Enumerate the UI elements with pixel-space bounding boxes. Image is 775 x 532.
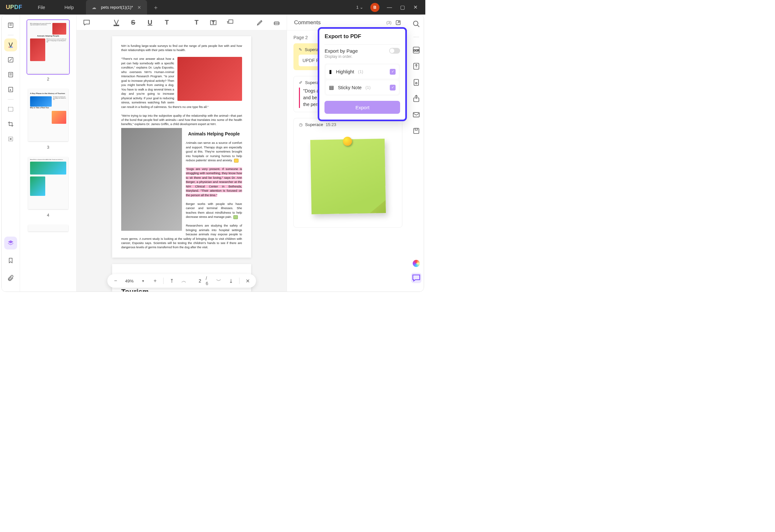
zoom-out-button[interactable]: − (112, 277, 119, 285)
page-2: NIH is funding large-scale surveys to fi… (112, 36, 251, 257)
pin-icon (343, 137, 352, 146)
export-by-page-label: Export by Page (324, 48, 358, 54)
updf-logo-icon[interactable] (413, 260, 420, 267)
svg-point-13 (414, 21, 418, 26)
next-page-button[interactable]: ﹀ (215, 277, 223, 285)
sticky-note-icon[interactable] (234, 159, 238, 162)
svg-rect-3 (8, 72, 13, 77)
share-button[interactable] (412, 94, 421, 103)
close-pager-button[interactable]: ✕ (244, 277, 251, 285)
highlighted-text[interactable]: "Dogs are very present. If someone is st… (186, 167, 242, 197)
thumbnail-page-3[interactable]: A Key Phase in the History of Tourism Th… (26, 87, 70, 142)
reader-mode-button[interactable] (4, 19, 17, 32)
document-scroll[interactable]: NIH is funding large-scale surveys to fi… (77, 30, 287, 292)
textbox-tool[interactable]: T (209, 18, 217, 27)
sticky-note-icon[interactable] (233, 215, 238, 219)
attachment-button[interactable] (4, 272, 17, 285)
ocr-button[interactable]: OCR (412, 46, 421, 55)
tab-close-button[interactable]: ✕ (137, 5, 141, 10)
squiggly-tool[interactable]: T (162, 18, 171, 27)
crop-button[interactable] (4, 118, 17, 130)
window-count[interactable]: 1 ⌄ (356, 5, 363, 10)
export-row-sticky[interactable]: ▤ Sticky Note (1) ✓ (326, 80, 399, 94)
minimize-button[interactable]: — (386, 5, 393, 10)
pencil-tool[interactable] (256, 18, 264, 27)
prev-page-button[interactable]: ︿ (180, 277, 188, 285)
svg-text:OCR: OCR (414, 49, 419, 52)
thumbnail-page-2[interactable]: NIH is funding large-scale surveys to fi… (26, 19, 70, 75)
svg-rect-7 (114, 25, 119, 26)
redact-button[interactable] (4, 103, 17, 116)
eraser-tool[interactable] (272, 18, 281, 27)
highlight-icon: ✎ (298, 47, 302, 52)
note-tool[interactable] (82, 18, 91, 27)
tab-title: pets report(1)(1)* (101, 5, 133, 10)
highlight-tool[interactable] (112, 18, 120, 27)
comments-count: (3) (386, 20, 392, 25)
protect-button[interactable] (412, 78, 421, 87)
thumbnail-label: 3 (26, 145, 70, 150)
export-modal-title: Export to PDF (324, 33, 400, 40)
last-page-button[interactable]: ⤓ (227, 277, 235, 285)
edit-tool-button[interactable] (4, 53, 17, 66)
chat-button[interactable] (411, 273, 422, 283)
highlight-icon: ▮ (329, 68, 332, 75)
user-avatar[interactable]: B (370, 3, 379, 12)
svg-point-18 (416, 82, 417, 84)
new-tab-button[interactable]: ＋ (153, 4, 159, 11)
strikethrough-tool[interactable]: S (129, 18, 137, 27)
export-row-highlight[interactable]: ▮ Highlight (1) ✓ (326, 65, 399, 78)
menu-help[interactable]: Help (55, 5, 84, 10)
callout-tool[interactable] (226, 18, 234, 27)
export-button[interactable]: Export (324, 101, 400, 114)
clock-icon: ◷ (299, 122, 302, 127)
page-tool-button[interactable] (4, 68, 17, 81)
menu-file[interactable]: File (28, 5, 55, 10)
svg-rect-22 (415, 128, 418, 130)
zoom-dropdown[interactable]: ▼ (139, 277, 147, 285)
zoom-value: 49% (124, 279, 135, 284)
page-number-input[interactable] (192, 278, 201, 284)
underline-tool[interactable]: U (146, 18, 154, 27)
svg-rect-20 (414, 112, 420, 117)
note-icon: ▤ (329, 84, 334, 90)
zoom-in-button[interactable]: + (151, 277, 159, 285)
svg-rect-4 (8, 87, 13, 92)
comments-heading: Comments (294, 19, 386, 26)
checkbox-checked[interactable]: ✓ (390, 69, 396, 75)
svg-rect-21 (414, 128, 419, 133)
first-page-button[interactable]: ⤒ (168, 277, 175, 285)
text-tool[interactable]: T (192, 18, 201, 27)
compress-button[interactable] (4, 132, 17, 145)
document-area: S U T T T NIH is funding large-scale sur… (77, 15, 287, 292)
page-total: / 6 (206, 276, 211, 286)
left-toolbar (2, 15, 20, 292)
bookmark-button[interactable] (4, 254, 17, 267)
thumbnail-panel: NIH is funding large-scale surveys to fi… (20, 15, 77, 292)
convert-button[interactable] (412, 62, 421, 71)
close-window-button[interactable]: ✕ (413, 4, 418, 10)
page-navigator: − 49% ▼ + ⤒ ︿ / 6 ﹀ ⤓ ✕ (107, 274, 256, 288)
checkbox-checked[interactable]: ✓ (390, 85, 396, 90)
comment-tool-button[interactable] (4, 38, 17, 51)
export-sub-label: Display in order. (324, 54, 400, 59)
svg-rect-10 (229, 20, 233, 23)
search-button[interactable] (412, 19, 421, 28)
fill-sign-button[interactable] (4, 83, 17, 96)
thumbnail-page-4[interactable]: National Park is a showcase to the wildl… (26, 155, 70, 211)
svg-rect-5 (8, 107, 13, 111)
maximize-button[interactable]: ▢ (400, 4, 405, 10)
layers-button[interactable] (4, 236, 17, 249)
document-tab[interactable]: ☁ pets report(1)(1)* ✕ (86, 0, 147, 15)
comment-item-sticky[interactable]: ◷Superace15:23 (293, 118, 403, 227)
export-comments-button[interactable] (395, 19, 402, 26)
pencil-icon: ✐ (299, 80, 302, 85)
export-by-page-toggle[interactable] (389, 48, 400, 54)
thumbnail-page-5[interactable] (26, 223, 70, 233)
save-button[interactable] (412, 126, 421, 135)
right-toolbar: OCR (409, 15, 424, 292)
svg-text:T: T (212, 20, 214, 25)
app-logo: UPDF (0, 4, 28, 11)
annotation-toolbar: S U T T T (77, 15, 287, 30)
email-button[interactable] (412, 110, 421, 119)
